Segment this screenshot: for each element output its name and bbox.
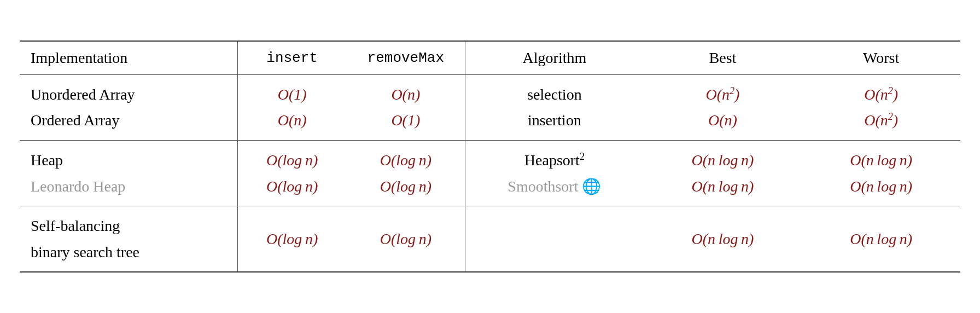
cell-implementation-group2: Heap Leonardo Heap	[20, 140, 237, 206]
cell-insert-group3: O(log n)	[237, 206, 346, 272]
insert-line2: O(n)	[249, 107, 336, 134]
cell-removemax-group2: O(log n) O(log n)	[346, 140, 465, 206]
cell-algorithm-group3	[465, 206, 644, 272]
impl-heap: Heap	[31, 147, 226, 173]
algorithm-heapsort: Heapsort2	[476, 147, 632, 173]
insert-heap: O(log n)	[249, 147, 336, 173]
cell-algorithm-group1: selection insertion	[465, 74, 644, 140]
insert-line1: O(1)	[249, 82, 336, 108]
cell-algorithm-group2: Heapsort2 Smoothsort 🌐	[465, 140, 644, 206]
impl-bst-line2: binary search tree	[31, 239, 226, 265]
removemax-heap: O(log n)	[357, 147, 454, 173]
header-algorithm: Algorithm	[465, 42, 644, 75]
algorithm-smoothsort: Smoothsort 🌐	[476, 173, 632, 200]
worst-heapsort: O(n log n)	[813, 147, 949, 173]
complexity-table: Implementation insert removeMax Algorith…	[20, 42, 960, 272]
worst-line2: O(n2)	[813, 107, 949, 134]
cell-best-group2: O(n log n) O(n log n)	[644, 140, 802, 206]
cell-implementation-group3: Self-balancing binary search tree	[20, 206, 237, 272]
best-smoothsort: O(n log n)	[655, 173, 791, 200]
best-line1: O(n2)	[655, 82, 791, 108]
cell-best-group1: O(n2) O(n)	[644, 74, 802, 140]
removemax-line1: O(n)	[357, 82, 454, 108]
worst-smoothsort: O(n log n)	[813, 173, 949, 200]
best-line2: O(n)	[655, 107, 791, 134]
cell-removemax-group1: O(n) O(1)	[346, 74, 465, 140]
header-best: Best	[644, 42, 802, 75]
table-row: Heap Leonardo Heap O(log n) O(log n) O(l…	[20, 140, 960, 206]
table-row: Self-balancing binary search tree O(log …	[20, 206, 960, 272]
main-table-container: Implementation insert removeMax Algorith…	[20, 40, 960, 273]
header-worst: Worst	[802, 42, 960, 75]
impl-line2: Ordered Array	[31, 107, 226, 134]
cell-insert-group2: O(log n) O(log n)	[237, 140, 346, 206]
insert-leonardo: O(log n)	[249, 173, 336, 200]
algorithm-line1: selection	[476, 82, 632, 108]
header-implementation: Implementation	[20, 42, 237, 75]
cell-worst-group1: O(n2) O(n2)	[802, 74, 960, 140]
impl-line1: Unordered Array	[31, 82, 226, 108]
cell-worst-group2: O(n log n) O(n log n)	[802, 140, 960, 206]
impl-leonardo: Leonardo Heap	[31, 173, 226, 200]
best-heapsort: O(n log n)	[655, 147, 791, 173]
worst-line1: O(n2)	[813, 82, 949, 108]
header-row: Implementation insert removeMax Algorith…	[20, 42, 960, 75]
cell-insert-group1: O(1) O(n)	[237, 74, 346, 140]
cell-worst-group3: O(n log n)	[802, 206, 960, 272]
cell-implementation-group1: Unordered Array Ordered Array	[20, 74, 237, 140]
header-removemax: removeMax	[346, 42, 465, 75]
cell-best-group3: O(n log n)	[644, 206, 802, 272]
algorithm-line2: insertion	[476, 107, 632, 134]
cell-removemax-group3: O(log n)	[346, 206, 465, 272]
removemax-line2: O(1)	[357, 107, 454, 134]
table-row: Unordered Array Ordered Array O(1) O(n) …	[20, 74, 960, 140]
impl-bst-line1: Self-balancing	[31, 213, 226, 239]
removemax-leonardo: O(log n)	[357, 173, 454, 200]
header-insert: insert	[237, 42, 346, 75]
wikipedia-icon: 🌐	[582, 178, 601, 195]
